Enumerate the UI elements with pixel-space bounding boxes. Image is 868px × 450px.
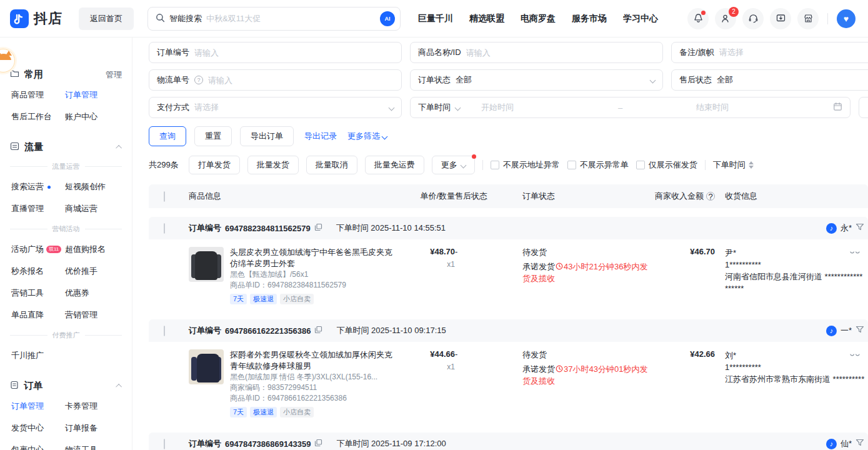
product-image[interactable] <box>189 247 224 282</box>
end-time-placeholder[interactable]: 结束时间 <box>696 102 729 113</box>
shop-logo[interactable]: 抖店 <box>10 9 62 28</box>
batch-free-shipping-button[interactable]: 批量免运费 <box>365 156 424 174</box>
search-input[interactable] <box>206 14 376 23</box>
filter-funnel-icon[interactable] <box>856 223 864 233</box>
export-orders-button[interactable]: 导出订单 <box>240 126 294 146</box>
manage-link[interactable]: 管理 <box>106 69 122 81</box>
customer-service-icon[interactable] <box>742 8 764 29</box>
ai-search-icon[interactable]: AI <box>380 11 395 26</box>
hide-addr-abnormal-checkbox[interactable]: 不展示地址异常 <box>491 159 560 171</box>
sidebar-item-super-value[interactable]: 超值购报名 <box>65 244 122 255</box>
contacts-icon[interactable]: 2 <box>715 8 736 29</box>
sidebar-item-mall-ops[interactable]: 商城运营 <box>65 203 122 214</box>
sidebar-item-order-manage[interactable]: 订单管理 <box>65 89 122 101</box>
start-time-placeholder[interactable]: 开始时间 <box>481 102 514 113</box>
sidebar-item-product-manage[interactable]: 商品管理 <box>11 89 65 101</box>
sidebar-item-marketing-tools[interactable]: 营销工具 <box>11 288 65 299</box>
order-time-label: 下单时间 <box>336 439 369 448</box>
filter-order-time-range[interactable]: 下单时间 开始时间 – 结束时间 <box>410 97 851 118</box>
hide-abnormal-order-checkbox[interactable]: 不展示异常单 <box>567 159 629 171</box>
buyer-name[interactable]: 一* <box>841 325 852 336</box>
sidebar-item-single-discount[interactable]: 单品直降 <box>11 309 65 321</box>
sidebar-item-account-center[interactable]: 账户中心 <box>65 111 122 122</box>
sidebar-item-seckill[interactable]: 秒杀报名 <box>11 266 65 277</box>
query-button[interactable]: 查询 <box>149 126 186 146</box>
sidebar-item-search-ops[interactable]: 搜索运营 <box>11 181 65 192</box>
select-all-checkbox[interactable] <box>164 191 165 202</box>
view-privacy-icon[interactable] <box>850 249 860 258</box>
sidebar-item-activity-plaza[interactable]: 活动广场双11 <box>11 244 65 255</box>
filter-order-status[interactable]: 订单状态 全部 <box>410 69 663 91</box>
filter-funnel-icon[interactable] <box>856 326 864 336</box>
sidebar-item-card-coupon[interactable]: 卡券管理 <box>65 401 122 412</box>
time-type-select[interactable]: 下单时间 <box>418 102 451 113</box>
nav-jingxuan[interactable]: 精选联盟 <box>469 13 504 24</box>
filter-clipped-box[interactable] <box>859 97 868 118</box>
filter-funnel-icon[interactable] <box>856 439 864 449</box>
filter-product-name[interactable]: 商品名称/ID <box>410 42 663 63</box>
reset-button[interactable]: 重置 <box>194 126 232 146</box>
sidebar-item-marketing-manage[interactable]: 营销管理 <box>65 309 122 321</box>
nav-xuexi[interactable]: 学习中心 <box>623 13 658 24</box>
product-title[interactable]: 探爵者外套男保暖秋冬立领加绒加厚休闲夹克青年绒款修身棒球服男 <box>230 349 395 372</box>
product-name-input[interactable] <box>466 48 655 58</box>
back-home-button[interactable]: 返回首页 <box>79 8 134 30</box>
sidebar-item-qianchuan-promo[interactable]: 千川推广 <box>11 350 65 361</box>
filter-order-no[interactable]: 订单编号 <box>149 42 402 63</box>
order-no-input[interactable] <box>194 48 394 58</box>
download-client-icon[interactable] <box>770 8 791 29</box>
copy-icon[interactable] <box>314 223 322 233</box>
product-image[interactable] <box>189 349 224 384</box>
buyer-name[interactable]: 仙* <box>841 438 852 449</box>
sidebar-item-aftersale-workbench[interactable]: 售后工作台 <box>11 111 65 122</box>
header-nav: 巨量千川 精选联盟 电商罗盘 服务市场 学习中心 <box>418 13 658 24</box>
filter-remark-flag[interactable]: 备注/旗帜 请选择 <box>671 42 868 63</box>
nav-fuwu[interactable]: 服务市场 <box>572 13 607 24</box>
nav-qianchuan[interactable]: 巨量千川 <box>418 13 453 24</box>
global-search[interactable]: 智能搜索 AI <box>147 7 401 31</box>
filter-payment[interactable]: 支付方式 请选择 <box>149 97 402 118</box>
more-filters-link[interactable]: 更多筛选 <box>347 131 387 142</box>
collapse-chevron-icon[interactable] <box>116 384 122 390</box>
order-checkbox[interactable] <box>164 439 165 449</box>
print-ship-button[interactable]: 打单发货 <box>189 156 240 174</box>
sidebar-item-youjia[interactable]: 优价推手 <box>65 266 122 277</box>
order-checkbox[interactable] <box>164 326 165 336</box>
copy-icon[interactable] <box>314 439 322 449</box>
copy-icon[interactable] <box>314 326 322 336</box>
sidebar-item-order-report[interactable]: 订单报备 <box>65 422 122 434</box>
nav-luopan[interactable]: 电商罗盘 <box>521 13 556 24</box>
sort-by-order-time[interactable]: 下单时间 <box>713 159 754 171</box>
sidebar-item-short-video[interactable]: 短视频创作 <box>65 181 122 192</box>
only-urged-checkbox[interactable]: 仅展示催发货 <box>636 159 697 171</box>
clock-icon <box>556 364 563 376</box>
income-help-icon[interactable]: ? <box>706 192 715 201</box>
sidebar-item-ship-center[interactable]: 发货中心 <box>11 422 65 434</box>
order-checkbox[interactable] <box>164 223 165 234</box>
filter-placeholder: 请选择 <box>719 47 744 58</box>
export-log-link[interactable]: 导出记录 <box>304 131 337 142</box>
filter-tracking-no[interactable]: 物流单号 ? <box>149 69 402 91</box>
more-actions-button[interactable]: 更多 <box>432 156 475 174</box>
sidebar-item-order-manage-2[interactable]: 订单管理 <box>11 401 65 412</box>
chevron-down-icon <box>389 104 395 111</box>
filter-aftersale-status[interactable]: 售后状态 全部 <box>671 69 868 91</box>
product-title[interactable]: 头层皮衣男立领加绒海宁中年爸爸黑毛皮夹克仿绵羊皮男士外套 <box>230 247 395 269</box>
sidebar-item-live-manage[interactable]: 直播管理 <box>11 203 65 214</box>
storefront-icon[interactable] <box>797 8 819 29</box>
batch-cancel-button[interactable]: 批量取消 <box>306 156 357 174</box>
help-question-icon[interactable]: ? <box>194 76 203 84</box>
aftersale-status-value: - <box>455 247 457 256</box>
notification-bell-icon[interactable] <box>687 8 709 29</box>
filter-label: 物流单号 <box>157 74 189 86</box>
promise-label: 承诺发货 <box>522 262 555 271</box>
view-privacy-icon[interactable] <box>850 351 860 361</box>
batch-ship-button[interactable]: 批量发货 <box>247 156 299 174</box>
collapse-chevron-icon[interactable] <box>116 145 122 151</box>
sidebar-item-package-center[interactable]: 包裹中心 <box>11 444 65 450</box>
sidebar-item-coupon[interactable]: 优惠券 <box>65 288 122 299</box>
buyer-name[interactable]: 永* <box>841 222 852 234</box>
user-avatar[interactable]: ♥ <box>837 9 856 28</box>
tracking-no-input[interactable] <box>208 76 394 85</box>
sidebar-item-logistics-tools[interactable]: 物流工具 <box>65 444 122 450</box>
